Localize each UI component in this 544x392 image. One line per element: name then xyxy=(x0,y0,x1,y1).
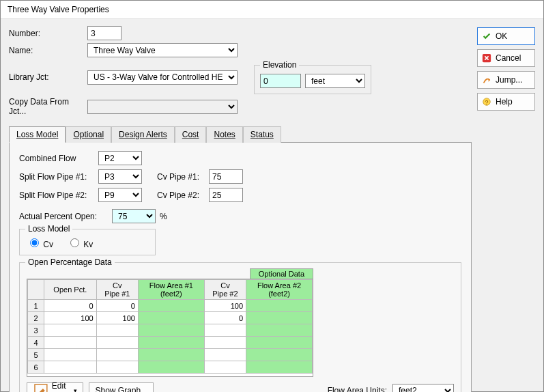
table-row[interactable]: 3 xyxy=(28,324,313,337)
apo-unit: % xyxy=(160,212,167,221)
flow-area-units-select[interactable]: feet2 xyxy=(392,384,454,393)
table-row[interactable]: 100100 xyxy=(28,300,313,312)
col-cv2: Cv Pipe #2 xyxy=(204,280,246,300)
cv-pipe1-input[interactable] xyxy=(209,169,243,184)
jump-button[interactable]: Jump... xyxy=(477,71,535,89)
cancel-button[interactable]: Cancel xyxy=(477,49,535,67)
edit-table-button[interactable]: Edit Table▾ xyxy=(27,382,83,392)
left-pane: Number: Name: Three Way Valve Library Jc… xyxy=(9,26,472,392)
titlebar: Three Way Valve Properties xyxy=(1,1,543,19)
copy-label: Copy Data From Jct... xyxy=(9,97,87,116)
optional-data-header: Optional Data xyxy=(250,268,313,279)
library-select[interactable]: US - 3-Way Valve for Controlled HEX Tem xyxy=(87,70,238,85)
table-row[interactable]: 5 xyxy=(28,349,313,361)
apo-label: Actual Percent Open: xyxy=(19,212,108,221)
col-openpct: Open Pct. xyxy=(44,280,97,300)
split2-label: Split Flow Pipe #2: xyxy=(19,191,94,200)
table-row[interactable]: 6 xyxy=(28,361,313,374)
combined-flow-label: Combined Flow xyxy=(19,154,94,163)
elevation-unit-select[interactable]: feet xyxy=(305,74,365,88)
combined-flow-select[interactable]: P2 xyxy=(98,151,142,165)
tabstrip: Loss Model Optional Design Alerts Cost N… xyxy=(9,126,472,143)
copy-select[interactable] xyxy=(87,100,238,114)
form-grid: Number: Name: Three Way Valve Library Jc… xyxy=(9,26,373,116)
elevation-legend: Elevation xyxy=(260,60,299,70)
name-select[interactable]: Three Way Valve xyxy=(87,43,238,57)
x-icon xyxy=(482,53,491,63)
opd-table-wrap[interactable]: Open Pct. Cv Pipe #1 Flow Area #1 (feet2… xyxy=(27,279,313,377)
tab-loss-model[interactable]: Loss Model xyxy=(9,126,66,143)
dialog-window: Three Way Valve Properties Number: Name:… xyxy=(0,0,544,392)
col-fa2: Flow Area #2 (feet2) xyxy=(246,280,313,300)
col-blank xyxy=(28,280,44,300)
tabpanel-loss-model: Combined Flow P2 Split Flow Pipe #1: P3 … xyxy=(9,143,472,392)
tab-notes[interactable]: Notes xyxy=(206,126,242,143)
split1-label: Split Flow Pipe #1: xyxy=(19,172,94,182)
show-graph-button[interactable]: Show Graph... xyxy=(89,382,154,392)
cv-radio[interactable]: Cv xyxy=(27,236,53,249)
loss-model-legend: Loss Model xyxy=(25,224,72,234)
help-button[interactable]: ? Help xyxy=(477,93,535,111)
col-fa1: Flow Area #1 (feet2) xyxy=(138,280,204,300)
opd-legend: Open Percentage Data xyxy=(25,257,115,267)
cv2-label: Cv Pipe #2: xyxy=(157,191,205,200)
split2-select[interactable]: P9 xyxy=(98,188,142,202)
apo-select[interactable]: 75 xyxy=(112,209,156,223)
cv-pipe2-input[interactable] xyxy=(209,188,243,202)
jump-icon xyxy=(482,75,491,85)
number-input[interactable] xyxy=(87,26,121,40)
svg-text:?: ? xyxy=(485,99,489,106)
cv1-label: Cv Pipe #1: xyxy=(157,172,205,182)
opd-table: Open Pct. Cv Pipe #1 Flow Area #1 (feet2… xyxy=(27,279,313,374)
opd-group: Open Percentage Data Optional Data Open … xyxy=(19,262,461,392)
right-pane: OK Cancel Jump... ? Help xyxy=(477,26,535,392)
number-label: Number: xyxy=(9,29,87,38)
help-icon: ? xyxy=(482,97,491,107)
check-icon xyxy=(482,31,491,41)
elevation-group: Elevation feet xyxy=(254,60,371,94)
tab-cost[interactable]: Cost xyxy=(175,126,207,143)
split1-select[interactable]: P3 xyxy=(98,169,142,184)
library-label: Library Jct: xyxy=(9,72,87,82)
kv-radio[interactable]: Kv xyxy=(67,236,93,249)
flow-area-units-label: Flow Area Units: xyxy=(328,386,387,392)
tab-optional[interactable]: Optional xyxy=(66,126,111,143)
table-row[interactable]: 21001000 xyxy=(28,312,313,324)
loss-model-group: Loss Model Cv Kv xyxy=(19,229,156,255)
edit-icon xyxy=(33,382,49,392)
name-label: Name: xyxy=(9,46,87,55)
table-row[interactable]: 4 xyxy=(28,337,313,349)
window-title: Three Way Valve Properties xyxy=(8,5,109,14)
elevation-input[interactable] xyxy=(260,74,301,88)
tab-design-alerts[interactable]: Design Alerts xyxy=(111,126,175,143)
dialog-content: Number: Name: Three Way Valve Library Jc… xyxy=(1,19,543,392)
tab-status[interactable]: Status xyxy=(243,126,281,143)
col-cv1: Cv Pipe #1 xyxy=(96,280,138,300)
ok-button[interactable]: OK xyxy=(477,27,535,45)
